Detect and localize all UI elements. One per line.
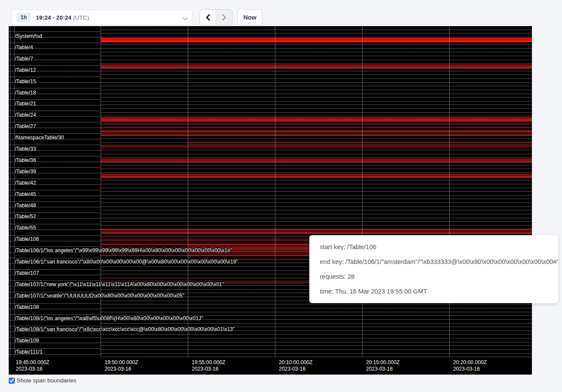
row-label: /Table/108 (15, 304, 39, 310)
row-label: /Table/106/1/"los angeles"/"\x99\x99\x99… (15, 247, 232, 253)
heat-band[interactable] (101, 159, 532, 163)
row-label: /Table/36 (15, 157, 36, 163)
row-label: /Table/24 (15, 112, 36, 118)
range-timezone: (UTC) (73, 14, 89, 21)
axis-tick-date: 2023-03-16 (105, 366, 138, 372)
row-label: /Table/42 (15, 180, 36, 186)
axis-tick: 20:20:00.000Z2023-03-16 (453, 359, 487, 372)
row-label: /Table/48 (15, 203, 36, 209)
axis-tick: 19:55:00.000Z2023-03-16 (192, 359, 225, 372)
range-text: 19:24 - 20:24 (36, 14, 71, 21)
row-label: /Table/111/1 (15, 349, 43, 355)
axis-tick-date: 2023-03-16 (453, 366, 487, 372)
chevron-right-icon (222, 14, 227, 21)
row-label: /Table/27 (15, 123, 36, 129)
heat-band[interactable] (101, 229, 532, 233)
row-label: /Table/106/1/"san francisco"/"\x80\x00\x… (15, 259, 238, 265)
axis-tick-date: 2023-03-16 (16, 366, 49, 372)
row-label: /NamespaceTable/30 (15, 135, 64, 141)
heat-band[interactable] (188, 141, 532, 145)
row-label: /Table/108/1/"los angeles"/"\xa8\xf5\u00… (15, 315, 203, 321)
row-label: /Table/107/1/"seattle"/"UUUUUUD\x00\x80\… (15, 293, 184, 299)
grid-line-vertical (10, 26, 10, 357)
row-label: /Table/107/1/"new york"/"\x11\x11\x11\x1… (15, 281, 224, 287)
axis-tick-time: 20:20:00.000Z (453, 359, 487, 366)
footer: Show span boundaries (9, 377, 76, 384)
grid-line-vertical (188, 26, 188, 357)
axis-tick: 19:45:00.000Z2023-03-16 (16, 359, 49, 372)
heat-band[interactable] (101, 64, 532, 69)
axis-tick-time: 19:55:00.000Z (192, 359, 225, 366)
row-label: /Table/7 (15, 56, 33, 62)
row-label: /System/tsd (15, 33, 42, 39)
now-button[interactable]: Now (237, 9, 262, 25)
axis-tick-time: 19:50:00.000Z (105, 359, 138, 366)
tooltip-time: time: Thu, 16 Mar 2023 19:55:00 GMT (320, 284, 548, 299)
grid-line-vertical (449, 26, 450, 357)
row-label: /Table/18 (15, 90, 36, 96)
grid-line-vertical (362, 26, 362, 357)
heatmap-plot[interactable]: /System/tsd/Table/4/Table/7/Table/12/Tab… (9, 26, 532, 357)
tooltip-start-key: start key: /Table/106 (320, 240, 548, 254)
time-nav-group (200, 9, 233, 25)
prev-range-button[interactable] (200, 10, 216, 25)
row-label: /Table/39 (15, 169, 36, 175)
show-span-boundaries-label: Show span boundaries (17, 377, 76, 384)
heat-band[interactable] (101, 145, 532, 149)
row-label: /Table/12 (15, 67, 36, 73)
row-label: /Table/45 (15, 191, 36, 197)
axis-tick-date: 2023-03-16 (192, 366, 225, 372)
row-label: /Table/55 (15, 225, 36, 231)
chevron-left-icon (205, 14, 210, 21)
toolbar: 1h 19:24 - 20:24 (UTC) Now (0, 0, 562, 26)
axis-tick-time: 20:10:00.000Z (279, 359, 312, 366)
span-tooltip: start key: /Table/106 end key: /Table/10… (309, 235, 558, 303)
row-label: /Table/106 (15, 236, 39, 242)
grid-line-vertical (275, 26, 275, 357)
grid-line-vertical (101, 26, 101, 357)
axis-tick-time: 20:15:00.000Z (366, 359, 399, 366)
heat-band[interactable] (101, 38, 532, 42)
axis-tick: 19:50:00.000Z2023-03-16 (105, 359, 138, 372)
heat-band[interactable] (101, 117, 532, 122)
span-boundary-lines-main (101, 26, 532, 357)
time-axis: 19:45:00.000Z2023-03-1619:50:00.000Z2023… (9, 357, 532, 375)
tooltip-end-key: end key: /Table/106/1/"amsterdam"/"\xb33… (320, 254, 548, 269)
time-range-select[interactable]: 1h 19:24 - 20:24 (UTC) (11, 10, 193, 25)
axis-tick-time: 19:45:00.000Z (16, 359, 49, 366)
row-label: /Table/21 (15, 101, 36, 107)
row-label: /Table/33 (15, 146, 36, 152)
heat-band[interactable] (101, 122, 532, 131)
axis-tick: 20:10:00.000Z2023-03-16 (279, 359, 312, 372)
axis-tick-date: 2023-03-16 (366, 366, 399, 372)
heat-band[interactable] (101, 174, 532, 178)
show-span-boundaries-checkbox[interactable] (9, 378, 15, 384)
row-label: /Table/15 (15, 78, 36, 84)
axis-tick: 20:15:00.000Z2023-03-16 (366, 359, 399, 372)
heat-band[interactable] (101, 131, 532, 136)
next-range-button[interactable] (216, 10, 232, 25)
row-label: /Table/107 (15, 270, 39, 276)
key-visualizer-chart: /System/tsd/Table/4/Table/7/Table/12/Tab… (9, 26, 532, 375)
row-label: /Table/4 (15, 44, 33, 51)
range-duration-badge: 1h (17, 13, 31, 22)
row-label: /Table/109 (15, 338, 39, 344)
chevron-down-icon (183, 15, 187, 20)
tooltip-requests: requests: 28 (320, 269, 548, 284)
axis-tick-date: 2023-03-16 (279, 366, 312, 372)
row-label: /Table/108/1/"san francisco"/"\x8c\xcc\x… (15, 326, 235, 332)
row-label: /Table/52 (15, 213, 36, 220)
